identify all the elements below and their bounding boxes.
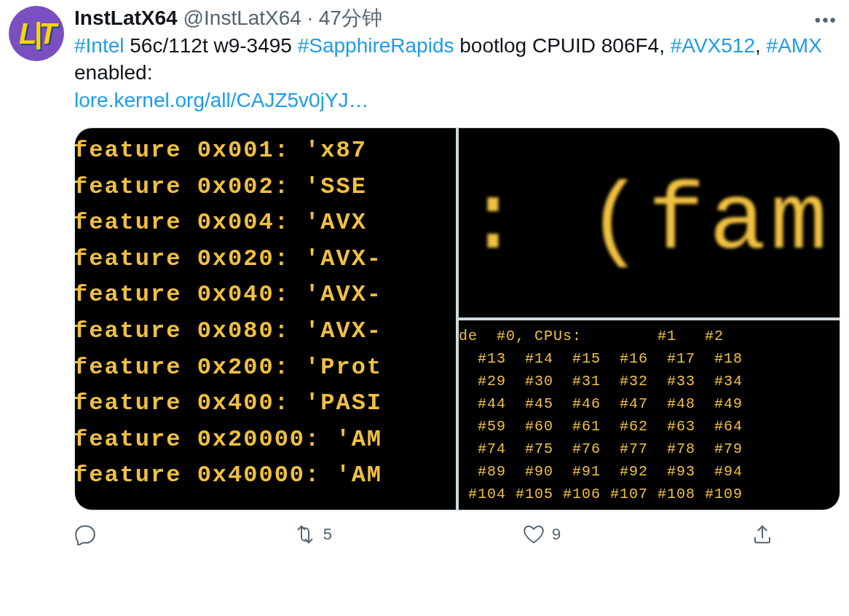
hashtag[interactable]: #SapphireRapids — [298, 34, 454, 57]
tweet-header: InstLatX64 @InstLatX64 · 47分钟 — [74, 6, 840, 31]
terminal-line: feature 0x080: 'AVX- — [75, 313, 456, 350]
tweet-text: #Intel 56c/112t w9-3495 #SapphireRapids … — [74, 32, 840, 114]
terminal-line: feature 0x020: 'AVX- — [75, 241, 456, 277]
terminal-line: #89 #90 #91 #92 #93 #94 — [459, 460, 840, 483]
display-name[interactable]: InstLatX64 — [74, 6, 178, 31]
terminal-line: de #0, CPUs: #1 #2 — [459, 325, 840, 347]
media-image-2[interactable]: : (fam — [459, 128, 840, 317]
terminal-line: feature 0x001: 'x87 — [75, 133, 456, 169]
terminal-line: #74 #75 #76 #77 #78 #79 — [459, 438, 840, 460]
tweet-text-fragment: enabled: — [74, 61, 152, 84]
tweet-actions: 5 9 — [74, 524, 788, 545]
like-button[interactable]: 9 — [523, 524, 561, 545]
tweet-text-fragment: 56c/112t w9-3495 — [125, 34, 298, 57]
terminal-line: feature 0x004: 'AVX — [75, 205, 456, 241]
like-count: 9 — [552, 525, 561, 544]
terminal-line: feature 0x40000: 'AM — [75, 457, 456, 494]
terminal-line: feature 0x002: 'SSE — [75, 169, 456, 205]
user-handle[interactable]: @InstLatX64 — [183, 6, 301, 31]
retweet-button[interactable]: 5 — [294, 524, 332, 545]
timestamp[interactable]: 47分钟 — [319, 6, 382, 31]
terminal-line: #104 #105 #106 #107 #108 #109 — [459, 483, 840, 505]
media-image-3[interactable]: de #0, CPUs: #1 #2 #13 #14 #15 #16 #17 #… — [459, 320, 840, 510]
reply-icon — [74, 524, 96, 545]
media-image-2-text: : (fam — [465, 169, 832, 276]
terminal-line: feature 0x20000: 'AM — [75, 422, 456, 458]
media-image-1[interactable]: feature 0x001: 'x87feature 0x002: 'SSEfe… — [75, 128, 456, 510]
tweet-text-fragment: bootlog CPUID 806F4, — [454, 34, 670, 57]
terminal-line: feature 0x400: 'PASI — [75, 385, 456, 422]
tweet-main: InstLatX64 @InstLatX64 · 47分钟 ••• #Intel… — [74, 6, 840, 545]
terminal-line: #29 #30 #31 #32 #33 #34 — [459, 370, 840, 392]
hashtag[interactable]: #AVX512 — [671, 34, 755, 57]
terminal-line: feature 0x040: 'AVX- — [75, 277, 456, 313]
retweet-icon — [294, 524, 316, 545]
terminal-line: #59 #60 #61 #62 #63 #64 — [459, 415, 840, 438]
media-grid[interactable]: feature 0x001: 'x87feature 0x002: 'SSEfe… — [74, 127, 840, 510]
tweet-text-fragment: , — [755, 34, 767, 57]
terminal-line: #44 #45 #46 #47 #48 #49 — [459, 392, 840, 415]
reply-button[interactable] — [74, 524, 103, 545]
tweet-container: L|T InstLatX64 @InstLatX64 · 47分钟 ••• #I… — [9, 6, 840, 545]
heart-icon — [523, 524, 545, 545]
hashtag[interactable]: #Intel — [74, 34, 125, 57]
avatar[interactable]: L|T — [9, 6, 64, 61]
retweet-count: 5 — [323, 525, 332, 544]
hashtag[interactable]: #AMX — [767, 34, 822, 57]
share-icon — [751, 524, 773, 545]
share-button[interactable] — [751, 524, 781, 545]
terminal-line: #13 #14 #15 #16 #17 #18 — [459, 347, 840, 370]
separator-dot: · — [307, 6, 313, 31]
external-link[interactable]: lore.kernel.org/all/CAJZ5v0jYJ… — [74, 89, 369, 111]
avatar-text: L|T — [19, 17, 54, 50]
terminal-line: feature 0x200: 'Prot — [75, 350, 456, 386]
more-button[interactable]: ••• — [815, 10, 837, 31]
